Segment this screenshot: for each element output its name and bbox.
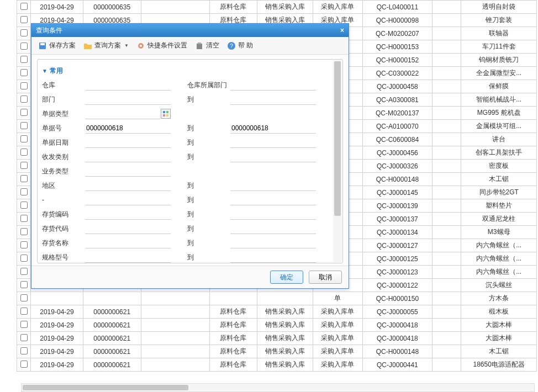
field-input[interactable] bbox=[85, 180, 171, 191]
cell-itemname: 双通尼龙柱 bbox=[461, 213, 537, 226]
row-checkbox[interactable] bbox=[20, 268, 28, 275]
row-checkbox[interactable] bbox=[20, 361, 28, 368]
row-checkbox[interactable] bbox=[20, 255, 28, 262]
field-input[interactable] bbox=[85, 94, 171, 105]
row-checkbox[interactable] bbox=[20, 347, 28, 354]
cell-empty2 bbox=[432, 252, 461, 266]
field-input-to[interactable] bbox=[230, 123, 316, 134]
row-checkbox[interactable] bbox=[20, 56, 28, 63]
cell-type2: 采购入库单 bbox=[313, 319, 362, 332]
row-checkbox[interactable] bbox=[20, 334, 28, 341]
row-checkbox[interactable] bbox=[20, 294, 28, 301]
cell-code: QC-J0000456 bbox=[362, 146, 432, 160]
svg-rect-1 bbox=[40, 43, 45, 45]
row-checkbox[interactable] bbox=[20, 82, 28, 89]
field-input-to[interactable] bbox=[230, 237, 316, 248]
cell-code: QC-J0000458 bbox=[362, 80, 432, 93]
field-input[interactable] bbox=[85, 108, 160, 119]
svg-rect-8 bbox=[163, 111, 165, 113]
row-checkbox[interactable] bbox=[20, 69, 28, 76]
row-checkbox[interactable] bbox=[20, 122, 28, 129]
row-checkbox[interactable] bbox=[20, 188, 28, 195]
field-input[interactable] bbox=[85, 166, 171, 177]
table-row[interactable]: 单QC-H0000150方木条 bbox=[17, 292, 537, 305]
cancel-button[interactable]: 取消 bbox=[309, 271, 342, 284]
folder-icon bbox=[83, 41, 92, 50]
field-input[interactable] bbox=[85, 237, 171, 248]
row-checkbox[interactable] bbox=[20, 29, 28, 36]
field-row: 规格型号到 bbox=[42, 250, 338, 263]
row-checkbox[interactable] bbox=[20, 16, 28, 23]
field-input[interactable] bbox=[85, 252, 171, 263]
row-checkbox[interactable] bbox=[20, 149, 28, 156]
close-icon[interactable]: × bbox=[340, 24, 344, 37]
cell-empty2 bbox=[432, 67, 461, 80]
row-checkbox[interactable] bbox=[20, 43, 28, 50]
cell-itemname: 保鲜膜 bbox=[461, 80, 537, 93]
field-input[interactable] bbox=[85, 194, 171, 205]
field-input[interactable] bbox=[85, 80, 171, 91]
table-row[interactable]: 2019-04-290000000621原料仓库销售采购入库采购入库单QC-J0… bbox=[17, 305, 537, 319]
row-checkbox[interactable] bbox=[20, 215, 28, 222]
row-checkbox[interactable] bbox=[20, 228, 28, 235]
cell-date: 2019-04-29 bbox=[31, 358, 83, 372]
field-input-to[interactable] bbox=[230, 209, 316, 220]
field-input-to[interactable] bbox=[230, 180, 316, 191]
field-input-to[interactable] bbox=[230, 194, 316, 205]
cell-type2: 采购入库单 bbox=[313, 332, 362, 345]
field-label: - bbox=[42, 196, 85, 204]
row-checkbox[interactable] bbox=[20, 3, 28, 10]
field-input-to[interactable] bbox=[230, 223, 316, 234]
svg-rect-10 bbox=[163, 114, 165, 116]
table-row[interactable]: 2019-04-290000000635原料仓库销售采购入库采购入库单QC-L0… bbox=[17, 1, 537, 14]
field-input[interactable] bbox=[85, 123, 171, 134]
row-checkbox[interactable] bbox=[20, 202, 28, 209]
horizontal-scrollbar[interactable] bbox=[21, 383, 535, 392]
field-input-to[interactable] bbox=[230, 137, 316, 148]
field-input[interactable] bbox=[85, 137, 171, 148]
dialog-titlebar[interactable]: 查询条件 × bbox=[31, 24, 349, 37]
clear-button[interactable]: 清空 bbox=[192, 40, 223, 51]
query-plan-button[interactable]: 查询方案 ▼ bbox=[80, 40, 132, 51]
cell-date: 2019-04-29 bbox=[31, 319, 83, 332]
save-plan-button[interactable]: 保存方案 bbox=[35, 40, 79, 51]
field-label-to: 仓库所属部门 bbox=[187, 81, 230, 90]
field-input-to[interactable] bbox=[230, 151, 316, 162]
cell-itemname: 内六角螺丝（... bbox=[461, 239, 537, 252]
row-checkbox[interactable] bbox=[20, 109, 28, 116]
table-row[interactable]: 2019-04-290000000621原料仓库销售采购入库采购入库单QC-J0… bbox=[17, 358, 537, 372]
row-checkbox[interactable] bbox=[20, 162, 28, 169]
row-checkbox[interactable] bbox=[20, 241, 28, 248]
row-checkbox[interactable] bbox=[20, 281, 28, 288]
row-checkbox[interactable] bbox=[20, 175, 28, 182]
shortcut-settings-button[interactable]: 快捷条件设置 bbox=[133, 40, 191, 51]
svg-rect-5 bbox=[198, 43, 201, 44]
cell-itemname: 方木条 bbox=[461, 292, 537, 305]
table-row[interactable]: 2019-04-290000000621原料仓库销售采购入库采购入库单QC-J0… bbox=[17, 319, 537, 332]
scrollbar-thumb[interactable] bbox=[334, 61, 341, 216]
lookup-icon[interactable] bbox=[161, 109, 171, 119]
field-row: 仓库仓库所属部门 bbox=[42, 78, 338, 92]
help-button[interactable]: ? 帮 助 bbox=[224, 40, 256, 51]
field-input-to[interactable] bbox=[230, 252, 316, 263]
field-input[interactable] bbox=[85, 209, 171, 220]
scrollbar-thumb[interactable] bbox=[23, 385, 188, 390]
field-input-to[interactable] bbox=[230, 80, 316, 91]
field-input[interactable] bbox=[85, 223, 171, 234]
field-input-to[interactable] bbox=[230, 94, 316, 105]
field-input[interactable] bbox=[85, 151, 171, 162]
cell-docnum: 0000000621 bbox=[83, 345, 141, 358]
row-checkbox[interactable] bbox=[20, 321, 28, 328]
settings-icon bbox=[136, 41, 145, 50]
row-checkbox[interactable] bbox=[20, 96, 28, 103]
ok-button[interactable]: 确定 bbox=[270, 271, 303, 284]
table-row[interactable]: 2019-04-290000000621原料仓库销售采购入库采购入库单QC-J0… bbox=[17, 332, 537, 345]
vertical-scrollbar[interactable] bbox=[333, 60, 342, 262]
table-row[interactable]: 2019-04-290000000621原料仓库销售采购入库采购入库单QC-H0… bbox=[17, 345, 537, 358]
row-checkbox[interactable] bbox=[20, 308, 28, 315]
row-checkbox[interactable] bbox=[20, 135, 28, 142]
section-common[interactable]: ▼ 常用 bbox=[42, 64, 338, 78]
cell-warehouse: 原料仓库 bbox=[209, 1, 257, 14]
cell-code: QC-C0600084 bbox=[362, 133, 432, 146]
field-row: -到 bbox=[42, 193, 338, 207]
